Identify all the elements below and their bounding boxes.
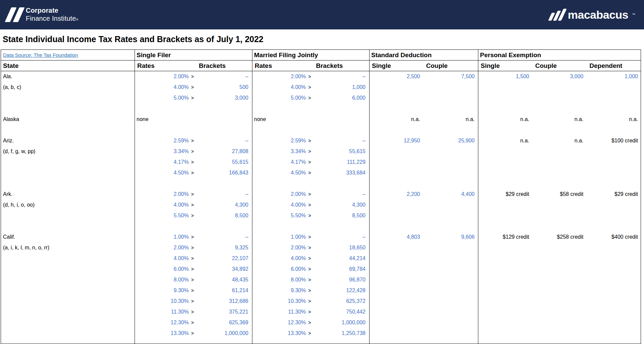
cell-state xyxy=(1,328,135,339)
cell-sd-single xyxy=(369,146,423,157)
data-source-link[interactable]: Data Source: The Tax Foundation xyxy=(3,52,78,58)
cell-sd-couple xyxy=(423,125,478,135)
cell-pe-dep: $400 credit xyxy=(587,232,641,242)
cell-sd-single xyxy=(369,93,423,103)
cell-pe-single: 1,500 xyxy=(478,71,533,82)
cell-pe-dep xyxy=(587,274,641,285)
cell-mfj-rate: 5.00%> xyxy=(252,93,313,103)
cell-sf-rate: 4.00%> xyxy=(135,200,196,210)
cell-state xyxy=(1,253,135,264)
macabacus-logo[interactable]: macabacus ™ xyxy=(550,8,635,21)
rate-value: 3.34% xyxy=(291,148,306,154)
rate-value: 4.00% xyxy=(174,202,189,208)
cell-pe-single xyxy=(478,210,533,221)
cell-pe-couple xyxy=(533,200,587,210)
cell-mfj-rate: 13.30%> xyxy=(252,328,313,339)
col-header-mfj-rates: Rates xyxy=(252,62,313,70)
cell-sf-bracket xyxy=(196,114,252,125)
rate-value: 12.30% xyxy=(288,320,306,326)
rate-value: 5.00% xyxy=(291,95,306,101)
cell-sd-single: 2,500 xyxy=(369,71,423,82)
rate-value: 4.50% xyxy=(291,170,306,176)
cell-sf-rate xyxy=(135,221,196,232)
cell-sf-bracket: 27,808 xyxy=(196,146,252,157)
cell-sd-single xyxy=(369,200,423,210)
rate-value: 5.50% xyxy=(174,213,189,219)
cell-sd-single: 2,200 xyxy=(369,189,423,200)
group-header-single-filer: Single Filer xyxy=(135,51,252,59)
cell-sd-couple xyxy=(423,210,478,221)
cell-pe-single: n.a. xyxy=(478,135,533,146)
cell-sd-single xyxy=(369,167,423,178)
macabacus-slashes-icon xyxy=(550,9,564,21)
cell-pe-single xyxy=(478,167,533,178)
cell-sd-couple xyxy=(423,296,478,307)
cell-pe-single xyxy=(478,157,533,167)
rate-value: 2.00% xyxy=(174,245,189,251)
cell-sf-bracket xyxy=(196,125,252,135)
group-header-standard-deduction: Standard Deduction xyxy=(369,51,478,59)
greater-than-icon: > xyxy=(306,95,313,101)
cell-state: Ala. xyxy=(1,71,135,82)
table-row: 5.00%>3,0005.00%>6,000 xyxy=(1,93,641,103)
cell-sd-couple xyxy=(423,178,478,189)
tax-table: Data Source: The Tax Foundation Single F… xyxy=(1,49,641,344)
rate-value: 1.00% xyxy=(174,234,189,240)
cell-pe-couple xyxy=(533,146,587,157)
col-header-mfj-brackets: Brackets xyxy=(313,62,369,70)
cell-mfj-rate: 10.30%> xyxy=(252,296,313,307)
cell-sd-single xyxy=(369,82,423,93)
cell-mfj-rate: none xyxy=(252,114,313,125)
greater-than-icon: > xyxy=(189,95,195,101)
cell-sf-bracket: 312,686 xyxy=(196,296,252,307)
cell-pe-couple: 3,000 xyxy=(533,71,587,82)
cell-sd-single xyxy=(369,210,423,221)
cell-sd-single xyxy=(369,296,423,307)
cell-state: (a, b, c) xyxy=(1,82,135,93)
cell-mfj-bracket: – xyxy=(313,71,369,82)
rate-value: 3.34% xyxy=(174,148,189,154)
cell-mfj-bracket: – xyxy=(313,135,369,146)
cell-mfj-rate: 4.17%> xyxy=(252,157,313,167)
cell-pe-dep: $100 credit xyxy=(587,135,641,146)
spacer-row xyxy=(1,103,641,114)
cell-sd-single xyxy=(369,253,423,264)
table-row: Ark.2.00%>–2.00%>–2,2004,400$29 credit$5… xyxy=(1,189,641,200)
cell-state: (d, h, i, o, oo) xyxy=(1,200,135,210)
cell-pe-single xyxy=(478,328,533,339)
rate-value: 2.59% xyxy=(174,138,189,144)
cell-pe-couple: n.a. xyxy=(533,135,587,146)
cell-mfj-bracket: 122,428 xyxy=(313,285,369,296)
greater-than-icon: > xyxy=(306,331,313,336)
cell-state: Ariz. xyxy=(1,135,135,146)
table-row: 11.30%>375,22111.30%>750,442 xyxy=(1,307,641,317)
cell-pe-single xyxy=(478,103,533,114)
cell-pe-single xyxy=(478,274,533,285)
cell-state: Ark. xyxy=(1,189,135,200)
table-row: Calif.1.00%>–1.00%>–4,8039,606$129 credi… xyxy=(1,232,641,242)
rate-value: 12.30% xyxy=(171,320,189,326)
cell-mfj-rate: 1.00%> xyxy=(252,232,313,242)
greater-than-icon: > xyxy=(306,245,313,250)
greater-than-icon: > xyxy=(189,256,195,261)
cell-mfj-rate: 6.00%> xyxy=(252,264,313,274)
cell-pe-couple xyxy=(533,103,587,114)
cell-mfj-rate: 3.34%> xyxy=(252,146,313,157)
cell-pe-dep xyxy=(587,328,641,339)
cell-sf-bracket: 34,892 xyxy=(196,264,252,274)
spacer-row xyxy=(1,178,641,189)
greater-than-icon: > xyxy=(189,234,195,240)
cfi-logo[interactable]: Corporate Finance Institute® xyxy=(5,7,78,22)
cell-sf-bracket: 500 xyxy=(196,82,252,93)
rate-value: 5.50% xyxy=(291,213,306,219)
cell-mfj-rate: 4.50%> xyxy=(252,167,313,178)
cell-pe-couple xyxy=(533,242,587,253)
cell-mfj-rate: 4.00%> xyxy=(252,82,313,93)
cell-state xyxy=(1,210,135,221)
cell-state xyxy=(1,178,135,189)
cell-sf-rate: 13.30%> xyxy=(135,328,196,339)
cell-mfj-rate xyxy=(252,178,313,189)
cell-pe-dep xyxy=(587,296,641,307)
greater-than-icon: > xyxy=(189,85,195,90)
rate-value: 2.00% xyxy=(291,191,306,197)
